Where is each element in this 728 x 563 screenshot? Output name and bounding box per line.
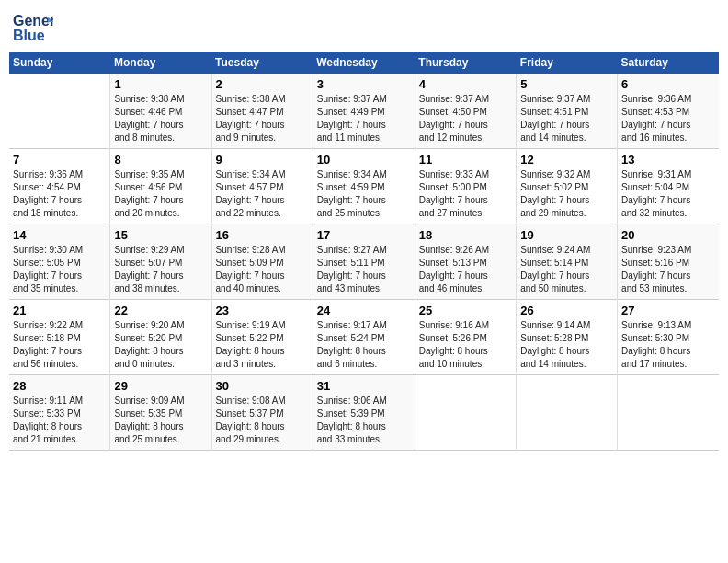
day-number: 13 [621,153,715,167]
calendar-cell: 23Sunrise: 9:19 AM Sunset: 5:22 PM Dayli… [211,300,313,375]
week-row-1: 1Sunrise: 9:38 AM Sunset: 4:46 PM Daylig… [9,74,719,149]
day-number: 14 [13,228,106,242]
day-info: Sunrise: 9:17 AM Sunset: 5:24 PM Dayligh… [317,319,411,371]
calendar-cell: 4Sunrise: 9:37 AM Sunset: 4:50 PM Daylig… [415,74,516,149]
calendar-cell: 18Sunrise: 9:26 AM Sunset: 5:13 PM Dayli… [415,224,516,300]
day-number: 22 [114,304,207,317]
day-info: Sunrise: 9:27 AM Sunset: 5:11 PM Dayligh… [317,244,411,295]
day-number: 21 [13,304,106,317]
day-number: 2 [216,77,309,91]
calendar-cell: 5Sunrise: 9:37 AM Sunset: 4:51 PM Daylig… [517,74,618,149]
calendar-cell: 19Sunrise: 9:24 AM Sunset: 5:14 PM Dayli… [517,224,618,300]
svg-text:Blue: Blue [13,28,45,43]
day-number: 9 [216,153,309,167]
day-number: 31 [317,379,411,393]
day-info: Sunrise: 9:38 AM Sunset: 4:47 PM Dayligh… [216,93,309,144]
header-thursday: Thursday [415,52,516,74]
header-wednesday: Wednesday [313,52,415,74]
calendar-cell: 24Sunrise: 9:17 AM Sunset: 5:24 PM Dayli… [313,300,415,375]
header-saturday: Saturday [618,52,719,74]
day-number: 20 [621,228,715,242]
day-info: Sunrise: 9:38 AM Sunset: 4:46 PM Dayligh… [114,93,207,144]
calendar-cell: 2Sunrise: 9:38 AM Sunset: 4:47 PM Daylig… [211,74,313,149]
day-info: Sunrise: 9:37 AM Sunset: 4:50 PM Dayligh… [419,93,512,144]
day-info: Sunrise: 9:23 AM Sunset: 5:16 PM Dayligh… [621,244,715,295]
header-monday: Monday [110,52,211,74]
calendar-cell: 29Sunrise: 9:09 AM Sunset: 5:35 PM Dayli… [110,375,211,451]
day-number: 27 [621,304,715,317]
calendar-cell: 1Sunrise: 9:38 AM Sunset: 4:46 PM Daylig… [110,74,211,149]
day-info: Sunrise: 9:33 AM Sunset: 5:00 PM Dayligh… [419,168,512,220]
calendar-cell: 21Sunrise: 9:22 AM Sunset: 5:18 PM Dayli… [9,300,110,375]
calendar-table: SundayMondayTuesdayWednesdayThursdayFrid… [9,52,719,451]
day-info: Sunrise: 9:16 AM Sunset: 5:26 PM Dayligh… [419,319,512,371]
day-info: Sunrise: 9:13 AM Sunset: 5:30 PM Dayligh… [621,319,715,371]
page-header: General Blue [9,9,719,44]
header-row: SundayMondayTuesdayWednesdayThursdayFrid… [9,52,719,74]
day-info: Sunrise: 9:08 AM Sunset: 5:37 PM Dayligh… [216,395,309,446]
calendar-cell [9,74,110,149]
day-number: 15 [114,228,207,242]
day-info: Sunrise: 9:28 AM Sunset: 5:09 PM Dayligh… [216,244,309,295]
day-info: Sunrise: 9:36 AM Sunset: 4:54 PM Dayligh… [13,168,106,220]
day-number: 8 [114,153,207,167]
day-info: Sunrise: 9:32 AM Sunset: 5:02 PM Dayligh… [520,168,613,220]
day-info: Sunrise: 9:06 AM Sunset: 5:39 PM Dayligh… [317,395,411,446]
calendar-cell [517,375,618,451]
day-number: 26 [520,304,613,317]
logo-icon: General Blue [13,9,50,44]
day-number: 4 [419,77,512,91]
calendar-cell [618,375,719,451]
day-number: 17 [317,228,411,242]
day-number: 6 [621,77,715,91]
calendar-cell: 3Sunrise: 9:37 AM Sunset: 4:49 PM Daylig… [313,74,415,149]
calendar-cell: 22Sunrise: 9:20 AM Sunset: 5:20 PM Dayli… [110,300,211,375]
header-tuesday: Tuesday [211,52,313,74]
calendar-cell: 12Sunrise: 9:32 AM Sunset: 5:02 PM Dayli… [517,149,618,224]
day-info: Sunrise: 9:34 AM Sunset: 4:57 PM Dayligh… [216,168,309,220]
day-number: 12 [520,153,613,167]
calendar-cell: 16Sunrise: 9:28 AM Sunset: 5:09 PM Dayli… [211,224,313,300]
day-info: Sunrise: 9:19 AM Sunset: 5:22 PM Dayligh… [216,319,309,371]
calendar-cell: 10Sunrise: 9:34 AM Sunset: 4:59 PM Dayli… [313,149,415,224]
day-info: Sunrise: 9:34 AM Sunset: 4:59 PM Dayligh… [317,168,411,220]
day-info: Sunrise: 9:37 AM Sunset: 4:51 PM Dayligh… [520,93,613,144]
day-number: 3 [317,77,411,91]
calendar-cell: 13Sunrise: 9:31 AM Sunset: 5:04 PM Dayli… [618,149,719,224]
day-number: 7 [13,153,106,167]
week-row-3: 14Sunrise: 9:30 AM Sunset: 5:05 PM Dayli… [9,224,719,300]
week-row-5: 28Sunrise: 9:11 AM Sunset: 5:33 PM Dayli… [9,375,719,451]
day-number: 5 [520,77,613,91]
day-info: Sunrise: 9:29 AM Sunset: 5:07 PM Dayligh… [114,244,207,295]
day-info: Sunrise: 9:11 AM Sunset: 5:33 PM Dayligh… [13,395,106,446]
logo: General Blue [13,9,53,44]
calendar-cell: 25Sunrise: 9:16 AM Sunset: 5:26 PM Dayli… [415,300,516,375]
day-info: Sunrise: 9:20 AM Sunset: 5:20 PM Dayligh… [114,319,207,371]
calendar-cell: 15Sunrise: 9:29 AM Sunset: 5:07 PM Dayli… [110,224,211,300]
day-info: Sunrise: 9:31 AM Sunset: 5:04 PM Dayligh… [621,168,715,220]
calendar-cell: 8Sunrise: 9:35 AM Sunset: 4:56 PM Daylig… [110,149,211,224]
day-number: 19 [520,228,613,242]
calendar-cell: 14Sunrise: 9:30 AM Sunset: 5:05 PM Dayli… [9,224,110,300]
day-info: Sunrise: 9:09 AM Sunset: 5:35 PM Dayligh… [114,395,207,446]
day-info: Sunrise: 9:30 AM Sunset: 5:05 PM Dayligh… [13,244,106,295]
day-number: 25 [419,304,512,317]
calendar-cell: 17Sunrise: 9:27 AM Sunset: 5:11 PM Dayli… [313,224,415,300]
calendar-cell: 9Sunrise: 9:34 AM Sunset: 4:57 PM Daylig… [211,149,313,224]
day-number: 29 [114,379,207,393]
day-info: Sunrise: 9:22 AM Sunset: 5:18 PM Dayligh… [13,319,106,371]
day-info: Sunrise: 9:14 AM Sunset: 5:28 PM Dayligh… [520,319,613,371]
day-info: Sunrise: 9:24 AM Sunset: 5:14 PM Dayligh… [520,244,613,295]
calendar-cell: 11Sunrise: 9:33 AM Sunset: 5:00 PM Dayli… [415,149,516,224]
calendar-cell: 7Sunrise: 9:36 AM Sunset: 4:54 PM Daylig… [9,149,110,224]
header-sunday: Sunday [9,52,110,74]
day-number: 28 [13,379,106,393]
day-info: Sunrise: 9:37 AM Sunset: 4:49 PM Dayligh… [317,93,411,144]
calendar-cell: 31Sunrise: 9:06 AM Sunset: 5:39 PM Dayli… [313,375,415,451]
day-info: Sunrise: 9:36 AM Sunset: 4:53 PM Dayligh… [621,93,715,144]
week-row-2: 7Sunrise: 9:36 AM Sunset: 4:54 PM Daylig… [9,149,719,224]
calendar-cell: 26Sunrise: 9:14 AM Sunset: 5:28 PM Dayli… [517,300,618,375]
day-number: 23 [216,304,309,317]
header-friday: Friday [517,52,618,74]
day-number: 11 [419,153,512,167]
